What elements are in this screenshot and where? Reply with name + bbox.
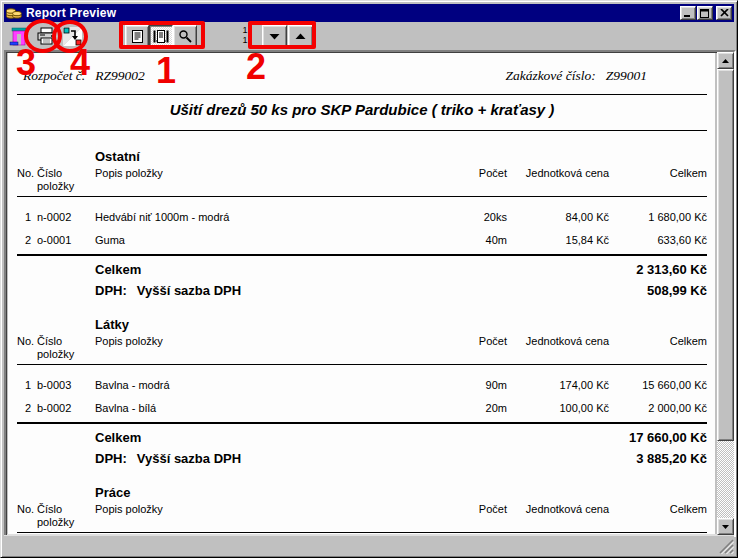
cell-item-number: o-0001 [37, 234, 89, 246]
resize-grip[interactable] [717, 537, 734, 554]
scroll-down-button[interactable] [717, 518, 734, 535]
col-header-item-number: Číslo položky [37, 503, 89, 529]
magnifier-icon [178, 29, 193, 44]
export-button[interactable] [61, 25, 85, 48]
cell-item-number: n-0002 [37, 211, 89, 223]
view-fit-page-button[interactable] [149, 25, 173, 48]
cell-no: 1 [17, 211, 31, 223]
scroll-up-button[interactable] [717, 52, 734, 69]
section-total-row: Celkem 17 660,00 Kč [17, 427, 707, 448]
section-header-row: No. Číslo položky Popis položky Počet Je… [17, 503, 707, 533]
section-header-row: No. Číslo položky Popis položky Počet Je… [17, 335, 707, 365]
exit-preview-button[interactable] [7, 25, 31, 48]
order-number-label: Zakázkové číslo: [505, 68, 595, 83]
title-bar[interactable]: Report Preview [4, 4, 734, 22]
minimize-button[interactable] [680, 6, 696, 20]
vat-rate-label: Vyšší sazba DPH [137, 451, 241, 466]
scroll-up-icon [722, 59, 729, 63]
section-title: Ostatní [95, 149, 707, 165]
cell-no: 2 [17, 234, 31, 246]
export-icon [63, 27, 83, 47]
section-vat-row: DPH:Vyšší sazba DPH 3 885,20 Kč [17, 448, 707, 469]
close-button[interactable] [716, 6, 732, 20]
page-up-button[interactable] [288, 25, 313, 48]
cell-quantity: 20m [431, 402, 507, 414]
cell-description: Bavlna - modrá [95, 379, 425, 391]
report-section: Práce No. Číslo položky Popis položky Po… [17, 485, 707, 534]
cell-description: Bavlna - bílá [95, 402, 425, 414]
print-button[interactable] [34, 25, 58, 48]
cell-total: 15 660,00 Kč [615, 379, 707, 391]
whole-page-icon [130, 29, 145, 44]
col-header-unit-price: Jednotková cena [513, 335, 609, 361]
bottom-strip [4, 535, 734, 554]
col-header-unit-price: Jednotková cena [513, 167, 609, 193]
table-row: 1 n-0002 Hedvábí niť 1000m - modrá 20ks … [17, 205, 707, 228]
maximize-icon [700, 9, 710, 18]
section-rows: 1 pr-0001 Šití 50hod 525,00 Kč 26 250,00… [17, 533, 707, 534]
col-header-description: Popis položky [95, 503, 425, 529]
vat-label: DPH: [95, 451, 127, 466]
budget-number-value: RZ99002 [95, 68, 145, 83]
section-totals: Celkem 17 660,00 Kč DPH:Vyšší sazba DPH … [17, 422, 707, 469]
col-header-unit-price: Jednotková cena [513, 503, 609, 529]
cell-description: Hedvábí niť 1000m - modrá [95, 211, 425, 223]
section-total-value: 2 313,60 Kč [636, 262, 707, 277]
section-total-value: 17 660,00 Kč [629, 430, 707, 445]
col-header-item-number: Číslo položky [37, 335, 89, 361]
section-header-row: No. Číslo položky Popis položky Počet Je… [17, 167, 707, 197]
cell-total: 633,60 Kč [615, 234, 707, 246]
section-total-row: Celkem 2 313,60 Kč [17, 259, 707, 280]
view-whole-page-button[interactable] [125, 25, 149, 48]
vat-rate-label: Vyšší sazba DPH [137, 283, 241, 298]
close-icon [720, 9, 729, 17]
page-indicator: 1 1 [238, 25, 252, 45]
budget-number: Rozpočet č.RZ99002 [23, 68, 145, 84]
section-total-label: Celkem [95, 262, 636, 277]
report-section: Látky No. Číslo položky Popis položky Po… [17, 317, 707, 469]
report-sections: Ostatní No. Číslo položky Popis položky … [17, 149, 707, 534]
cell-item-number: b-0002 [37, 402, 89, 414]
view-zoom-button[interactable] [173, 25, 197, 48]
cell-unit-price: 100,00 Kč [513, 402, 609, 414]
vertical-scrollbar[interactable] [717, 52, 734, 535]
section-vat-value: 3 885,20 Kč [636, 451, 707, 466]
divider-line [17, 130, 707, 131]
col-header-no: No. [17, 335, 31, 361]
section-vat-row: DPH:Vyšší sazba DPH 508,99 Kč [17, 280, 707, 301]
cell-no: 2 [17, 402, 31, 414]
cell-quantity: 20ks [431, 211, 507, 223]
minimize-icon [683, 9, 693, 18]
toolbar: 1 1 [4, 22, 734, 50]
section-vat-value: 508,99 Kč [647, 283, 707, 298]
table-row: 2 o-0001 Guma 40m 15,84 Kč 633,60 Kč [17, 228, 707, 251]
section-total-label: Celkem [95, 430, 629, 445]
report-page: Rozpočet č.RZ99002 Zakázkové číslo:Z9900… [8, 53, 715, 534]
section-rows: 1 b-0003 Bavlna - modrá 90m 174,00 Kč 15… [17, 365, 707, 419]
cell-unit-price: 84,00 Kč [513, 211, 609, 223]
order-number-value: Z99001 [606, 68, 647, 83]
fit-page-icon [153, 29, 169, 44]
col-header-quantity: Počet [431, 167, 507, 193]
cell-item-number: b-0003 [37, 379, 89, 391]
budget-number-label: Rozpočet č. [23, 68, 85, 83]
vat-label: DPH: [95, 283, 127, 298]
section-rows: 1 n-0002 Hedvábí niť 1000m - modrá 20ks … [17, 197, 707, 251]
cell-no: 1 [17, 379, 31, 391]
coins-icon [6, 4, 22, 23]
page-down-button[interactable] [262, 25, 287, 48]
cell-total: 1 680,00 Kč [615, 211, 707, 223]
maximize-button[interactable] [697, 6, 713, 20]
cell-description: Guma [95, 234, 425, 246]
scrollbar-thumb[interactable] [717, 69, 734, 441]
cell-quantity: 40m [431, 234, 507, 246]
section-totals: Celkem 2 313,60 Kč DPH:Vyšší sazba DPH 5… [17, 254, 707, 301]
col-header-total: Celkem [615, 167, 707, 193]
resize-grip-icon [717, 537, 734, 554]
cell-unit-price: 15,84 Kč [513, 234, 609, 246]
printer-icon [36, 27, 57, 46]
report-section: Ostatní No. Číslo položky Popis položky … [17, 149, 707, 301]
arrow-down-icon [269, 33, 280, 40]
section-title: Látky [95, 317, 707, 333]
table-row: 1 b-0003 Bavlna - modrá 90m 174,00 Kč 15… [17, 373, 707, 396]
